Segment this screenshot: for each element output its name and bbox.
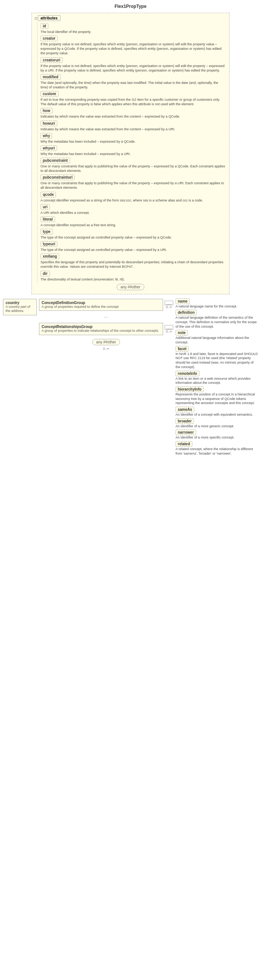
bottom-any-pill: any ##other: [92, 339, 120, 345]
country-box: country A country part of the address.: [3, 299, 37, 315]
right-section: name A natural language name for the con…: [176, 298, 258, 457]
prop-name-literal: literal: [40, 216, 55, 222]
right-prop-sameas-label: sameAs: [176, 407, 194, 412]
prop-desc-literal: A concept identifier expressed as a free…: [40, 223, 226, 227]
concept-def-row: ConceptDefinitionGroup A group of proper…: [39, 298, 173, 313]
concept-def-name: ConceptDefinitionGroup: [42, 301, 160, 305]
concept-rel-desc: A group of properties to indicate relati…: [42, 329, 160, 333]
page: Flex1PropType □ attributes id The local …: [0, 0, 261, 460]
prop-name-pubconstraint: pubconstraint: [40, 158, 70, 163]
concept-def-connector: ⎯⎯⎯ 0..∞: [165, 301, 173, 309]
right-prop-note-desc: Additional natural language information …: [176, 336, 258, 345]
prop-typeuri: typeuri The type of the concept assigned…: [37, 240, 226, 253]
main-attributes-box: □ attributes id The local identifier of …: [32, 13, 229, 294]
prop-desc-how: Indicates by which means the value was e…: [40, 114, 226, 119]
concept-def-mult: 0..∞: [166, 305, 172, 309]
prop-name-creatoruri: creatoruri: [40, 57, 62, 63]
prop-why: why Why the metadata has been included –…: [37, 132, 226, 145]
prop-howuri: howuri Indicates by which means the valu…: [37, 120, 226, 132]
concept-rel-mult: 0..∞: [166, 329, 172, 333]
bottom-any-container: any ##other: [39, 339, 173, 345]
concept-def-desc: A group of properties required to define…: [42, 305, 160, 309]
prop-name-qcode: qcode: [40, 192, 56, 197]
prop-name-pubconstrainturi: pubconstrainturi: [40, 175, 75, 180]
ellipsis-connector: ···: [39, 314, 173, 320]
right-prop-related-label: related: [176, 441, 192, 447]
prop-modified: modified The date (and optionally, the t…: [37, 73, 226, 90]
prop-custom: custom If set to true the corresponding …: [37, 90, 226, 107]
right-prop-remoteinfo-desc: A link to an item or a web resource whic…: [176, 377, 258, 385]
prop-name-creator: creator: [40, 36, 58, 41]
prop-uri: uri A URI which identifies a concept.: [37, 203, 226, 216]
prop-dir: dir The directionality of textual conten…: [37, 270, 226, 282]
right-prop-definition-desc: A natural language definition of the sem…: [176, 316, 258, 329]
right-prop-related-desc: A related concept, where the relationshi…: [176, 447, 258, 456]
right-prop-hierarchyinfo: hierarchyInfo Represents the position of…: [176, 387, 258, 406]
right-prop-definition: definition A natural language definition…: [176, 310, 258, 329]
lower-section: country A country part of the address. C…: [3, 298, 258, 457]
prop-desc-dir: The directionality of textual content (e…: [40, 277, 226, 282]
right-prop-broader: broader An identifier of a more generic …: [176, 418, 258, 429]
prop-desc-modified: The date (and optionally, the time) when…: [40, 81, 226, 89]
right-prop-remoteinfo: remoteInfo A link to an item or a web re…: [176, 371, 258, 385]
left-section: country A country part of the address.: [3, 298, 37, 457]
prop-how: how Indicates by which means the value w…: [37, 107, 226, 119]
concept-rel-connector: ⎯⎯⎯ 0..∞: [165, 325, 173, 333]
center-section: ConceptDefinitionGroup A group of proper…: [39, 298, 173, 457]
prop-name-whyuri: whyuri: [40, 145, 57, 151]
prop-name-why: why: [40, 133, 52, 138]
prop-desc-pubconstraint: One or many constraints that apply to pu…: [40, 164, 226, 173]
prop-id: id The local identifier of the property.: [37, 22, 226, 35]
right-properties-list: name A natural language name for the con…: [176, 299, 258, 456]
right-prop-definition-label: definition: [176, 310, 197, 315]
prop-name-typeuri: typeuri: [40, 241, 58, 247]
prop-desc-qcode: A concept identifier expressed as a stri…: [40, 198, 226, 203]
triple-connector-icon-2: ⎯⎯⎯: [165, 325, 173, 329]
right-prop-narrower: narrower An identifier of a more specifi…: [176, 430, 258, 440]
attributes-header: □ attributes: [35, 15, 226, 21]
any-other-container: any ##other: [35, 284, 226, 290]
right-prop-facet-label: facet: [176, 346, 189, 352]
right-prop-remoteinfo-label: remoteInfo: [176, 371, 200, 376]
right-prop-broader-desc: An identifier of a more generic concept.: [176, 424, 258, 429]
country-description: A country part of the address.: [6, 305, 34, 313]
prop-name-id: id: [40, 23, 48, 29]
right-prop-narrower-desc: An identifier of a more specific concept…: [176, 436, 258, 440]
prop-pubconstraint: pubconstraint One or many constraints th…: [37, 157, 226, 174]
concept-definition-group: ConceptDefinitionGroup A group of proper…: [39, 299, 163, 311]
right-prop-name-desc: A natural language name for the concept.: [176, 304, 258, 309]
concept-rel-row: ConceptRelationshipsGroup A group of pro…: [39, 321, 173, 337]
right-prop-note-label: note: [176, 330, 188, 336]
prop-desc-whyuri: Why the metadata has been included – exp…: [40, 152, 226, 156]
prop-whyuri: whyuri Why the metadata has been include…: [37, 145, 226, 157]
prop-name-type: type: [40, 229, 53, 234]
right-prop-hierarchyinfo-label: hierarchyInfo: [176, 387, 203, 392]
properties-list: id The local identifier of the property.…: [35, 22, 226, 290]
prop-pubconstrainturi: pubconstrainturi One or many constraints…: [37, 174, 226, 191]
right-prop-facet-desc: In NAR 1.8 and later, facet is deprecate…: [176, 352, 258, 370]
country-label: country: [6, 301, 34, 305]
right-prop-narrower-label: narrower: [176, 430, 196, 435]
prop-xmllang: xmllang Specifies the language of this p…: [37, 253, 226, 270]
attributes-label: attributes: [38, 15, 60, 21]
right-prop-sameas-desc: An identifier of a concept with equivale…: [176, 413, 258, 417]
prop-desc-pubconstrainturi: One or many constraints that apply to pu…: [40, 181, 226, 190]
collapse-icon[interactable]: □: [35, 16, 37, 20]
prop-name-modified: modified: [40, 74, 61, 80]
prop-qcode: qcode A concept identifier expressed as …: [37, 191, 226, 203]
prop-name-dir: dir: [40, 271, 50, 276]
prop-desc-xmllang: Specifies the language of this property …: [40, 260, 226, 269]
page-title: Flex1PropType: [2, 2, 259, 11]
prop-name-how: how: [40, 108, 53, 113]
right-prop-broader-label: broader: [176, 418, 194, 424]
right-prop-hierarchyinfo-desc: Represents the position of a concept in …: [176, 393, 258, 406]
concept-rel-name: ConceptRelationshipsGroup: [42, 325, 160, 329]
prop-type: type The type of the concept assigned as…: [37, 228, 226, 240]
prop-name-custom: custom: [40, 91, 59, 97]
prop-name-howuri: howuri: [40, 121, 58, 126]
right-prop-related: related A related concept, where the rel…: [176, 441, 258, 456]
right-prop-name: name A natural language name for the con…: [176, 299, 258, 309]
prop-name-xmllang: xmllang: [40, 253, 59, 259]
prop-desc-uri: A URI which identifies a concept.: [40, 210, 226, 215]
prop-creatoruri: creatoruri If the property value is not …: [37, 57, 226, 73]
